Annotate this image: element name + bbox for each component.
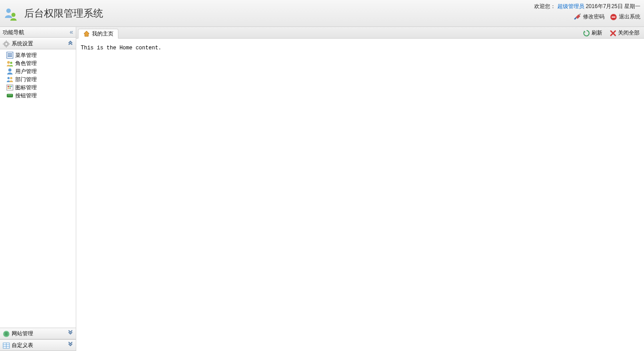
tab-bar: 我的主页 刷新 关闭全部 xyxy=(76,27,644,39)
svg-point-15 xyxy=(7,61,10,64)
svg-rect-21 xyxy=(8,86,9,87)
refresh-icon xyxy=(583,30,590,37)
svg-rect-23 xyxy=(11,86,12,87)
menu-icon xyxy=(6,52,13,59)
logout-link[interactable]: 退出系统 xyxy=(610,13,640,21)
tab-home-label: 我的主页 xyxy=(92,30,113,38)
svg-point-0 xyxy=(6,9,11,13)
svg-rect-22 xyxy=(9,86,11,87)
svg-point-19 xyxy=(10,77,13,79)
svg-point-6 xyxy=(5,43,7,45)
table-icon xyxy=(3,342,10,349)
nav-item-dept-mgmt[interactable]: 部门管理 xyxy=(0,75,76,83)
panel-title-site: 网站管理 xyxy=(12,328,33,339)
dept-icon xyxy=(6,76,13,83)
panel-header-site[interactable]: 网站管理 xyxy=(0,328,76,339)
close-icon xyxy=(609,30,617,37)
user-icon xyxy=(6,68,13,75)
chevron-down-icon xyxy=(68,328,73,339)
tab-content: This is the Home content. xyxy=(76,39,644,351)
current-date: 2016年7月25日 星期一 xyxy=(586,3,640,9)
svg-point-1 xyxy=(12,13,16,17)
stop-icon xyxy=(610,13,617,21)
panel-header-custom[interactable]: 自定义表 xyxy=(0,339,76,351)
svg-rect-14 xyxy=(8,56,12,57)
app-title: 后台权限管理系统 xyxy=(24,0,103,27)
svg-rect-9 xyxy=(3,44,4,44)
sidebar-title: 功能导航 xyxy=(3,27,24,38)
current-user-link[interactable]: 超级管理员 xyxy=(557,3,584,9)
welcome-prefix: 欢迎您： xyxy=(534,3,556,9)
sidebar-collapse-icon[interactable] xyxy=(70,27,73,38)
close-all-button[interactable]: 关闭全部 xyxy=(608,28,641,38)
welcome-line: 欢迎您： 超级管理员 2016年7月25日 星期一 xyxy=(534,3,640,10)
sidebar: 功能导航 系统设置 xyxy=(0,27,76,351)
svg-rect-10 xyxy=(9,44,10,44)
svg-rect-8 xyxy=(6,46,7,48)
nav-item-user-mgmt[interactable]: 用户管理 xyxy=(0,67,76,75)
app-header: 后台权限管理系统 欢迎您： 超级管理员 2016年7月25日 星期一 修改密码 xyxy=(0,0,644,27)
nav-item-button-mgmt[interactable]: 按钮管理 xyxy=(0,92,76,100)
change-password-link[interactable]: 修改密码 xyxy=(574,13,605,21)
panel-title-system: 系统设置 xyxy=(12,38,33,49)
panel-header-system[interactable]: 系统设置 xyxy=(0,38,76,49)
logout-label: 退出系统 xyxy=(619,13,640,21)
tab-home[interactable]: 我的主页 xyxy=(78,29,118,39)
svg-rect-13 xyxy=(8,55,12,56)
svg-rect-12 xyxy=(8,53,12,54)
home-icon xyxy=(83,30,90,37)
nav-label: 菜单管理 xyxy=(15,52,37,59)
refresh-button[interactable]: 刷新 xyxy=(581,28,604,38)
nav-label: 部门管理 xyxy=(15,76,37,83)
svg-rect-25 xyxy=(9,88,11,89)
nav-item-menu-mgmt[interactable]: 菜单管理 xyxy=(0,51,76,59)
svg-rect-2 xyxy=(579,13,581,15)
globe-icon xyxy=(3,330,10,337)
svg-point-16 xyxy=(10,62,13,64)
app-logo-icon xyxy=(4,6,18,21)
nav-label: 角色管理 xyxy=(15,60,37,67)
change-password-label: 修改密码 xyxy=(583,13,605,21)
tools-icon xyxy=(574,13,581,21)
svg-rect-7 xyxy=(6,40,7,42)
chevron-down-icon xyxy=(68,339,73,351)
iconset-icon xyxy=(6,84,13,91)
nav-item-icon-mgmt[interactable]: 图标管理 xyxy=(0,83,76,92)
gear-icon xyxy=(3,40,10,47)
nav-item-role-mgmt[interactable]: 角色管理 xyxy=(0,59,76,67)
role-icon xyxy=(6,60,13,67)
chevron-up-icon xyxy=(68,38,73,49)
panel-title-custom: 自定义表 xyxy=(12,339,33,351)
svg-point-17 xyxy=(9,69,12,72)
main-area: 我的主页 刷新 关闭全部 xyxy=(76,27,644,351)
svg-rect-26 xyxy=(7,94,13,97)
sidebar-title-bar: 功能导航 xyxy=(0,27,76,38)
nav-label: 图标管理 xyxy=(15,84,37,92)
close-all-label: 关闭全部 xyxy=(618,29,640,37)
refresh-label: 刷新 xyxy=(592,29,602,37)
nav-label: 按钮管理 xyxy=(15,92,37,100)
panel-body-system: 菜单管理 角色管理 用户管理 部门管理 xyxy=(0,49,76,328)
svg-rect-24 xyxy=(8,88,9,89)
nav-label: 用户管理 xyxy=(15,68,37,75)
button-icon xyxy=(6,92,13,99)
svg-point-18 xyxy=(8,77,10,79)
svg-rect-27 xyxy=(8,95,12,95)
svg-rect-4 xyxy=(612,17,615,18)
